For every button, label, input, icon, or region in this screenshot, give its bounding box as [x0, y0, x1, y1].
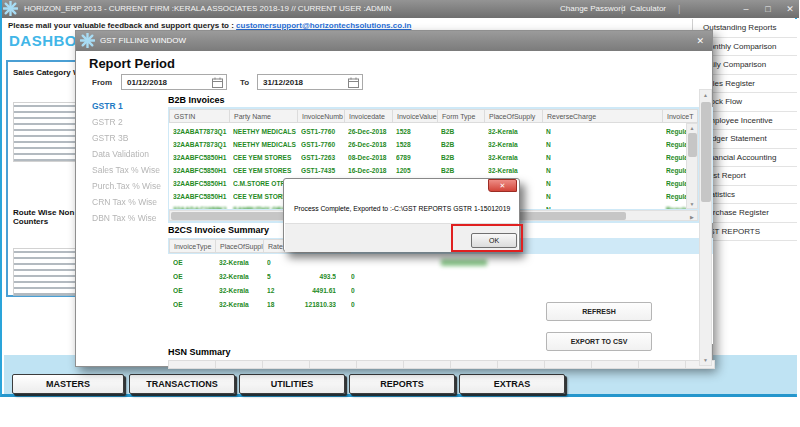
table-row[interactable]: 32AABFC5850H1CEE YEM STORESGST1-743516-D… — [169, 164, 686, 177]
transactions-button[interactable]: TRANSACTIONS — [129, 374, 235, 394]
titlebar-separator: | — [678, 0, 680, 18]
table-row[interactable]: OE 32-Kerala 12 4491.61 0 — [169, 284, 713, 297]
up-arrow-icon[interactable]: ▲ — [700, 92, 711, 98]
b2b-col-invoiceno: InvoiceNumb — [298, 110, 345, 122]
reports-button[interactable]: REPORTS — [349, 374, 455, 394]
table-row[interactable]: 32AABFC5850H1CEE YEM STORESGST1-726308-D… — [169, 151, 686, 164]
table-row[interactable]: 32AABAT7873Q1NEETHY MEDICALSGST1-776026-… — [169, 125, 686, 138]
from-date-field[interactable]: 01/12/2018 — [121, 74, 227, 90]
scrollbar-thumb[interactable] — [688, 133, 697, 157]
b2cs-summary-heading: B2CS Invoice Summary — [168, 225, 269, 235]
masters-button[interactable]: MASTERS — [12, 374, 124, 394]
extras-button[interactable]: EXTRAS — [459, 374, 565, 394]
up-arrow-icon[interactable]: ▲ — [687, 125, 697, 131]
b2cs-col-invoicetype: InvoiceType — [170, 240, 216, 252]
scrollbar-thumb[interactable] — [701, 102, 711, 202]
to-label: To — [240, 78, 249, 87]
to-date-field[interactable]: 31/12/2018 — [257, 74, 363, 90]
screen: HORIZON_ERP 2013 - CURRENT FIRM :KERALA … — [0, 0, 800, 427]
b2b-col-gstin: GSTIN — [170, 110, 230, 122]
app-titlebar: HORIZON_ERP 2013 - CURRENT FIRM :KERALA … — [2, 0, 799, 18]
close-icon[interactable]: ✕ — [782, 0, 798, 18]
b2b-col-type: InvoiceT — [663, 110, 699, 122]
minimize-icon[interactable]: – — [738, 0, 754, 18]
close-icon[interactable]: ✕ — [488, 179, 517, 192]
down-arrow-icon[interactable]: ▼ — [687, 201, 697, 207]
table-row[interactable]: OE 32-Kerala 5 493.5 0 — [169, 270, 713, 283]
app-logo-icon — [3, 1, 18, 20]
dialog-nav-gstr3b[interactable]: GSTR 3B — [92, 133, 128, 143]
support-email-link[interactable]: customersupport@horizontechsolutions.co.… — [236, 21, 411, 30]
b2b-col-value: InvoiceValue — [393, 110, 438, 122]
b2b-col-form: Form Type — [438, 110, 485, 122]
dialog-nav-gstr2[interactable]: GSTR 2 — [92, 117, 123, 127]
export-complete-message: Process Complete, Exported to :-C:\GST R… — [294, 205, 514, 212]
window-title: HORIZON_ERP 2013 - CURRENT FIRM :KERALA … — [24, 0, 392, 18]
dialog-nav-crn-tax[interactable]: CRN Tax % Wise — [92, 197, 157, 207]
b2b-col-place: PlaceOfSupply — [485, 110, 543, 122]
table-row[interactable]: 32AABAT7873Q1NEETHY MEDICALSGST1-776026-… — [169, 138, 686, 151]
b2b-col-party: Party Name — [230, 110, 298, 122]
report-period-heading: Report Period — [89, 56, 175, 71]
export-to-csv-button[interactable]: EXPORT TO CSV — [546, 332, 652, 351]
hsn-header-row — [168, 360, 715, 369]
calendar-icon[interactable] — [348, 77, 359, 93]
dialog-logo-icon — [80, 33, 95, 52]
calculator-button[interactable]: Calculator — [630, 0, 666, 18]
dialog-titlebar: GST FILLING WINDOW ✕ — [76, 31, 712, 51]
b2b-vertical-scrollbar[interactable]: ▲ ▼ — [686, 123, 698, 209]
dialog-nav-purch-tax[interactable]: Purch.Tax % Wise — [92, 181, 161, 191]
table-row[interactable]: OE 32-Kerala 0 — [169, 256, 713, 269]
from-label: From — [92, 78, 112, 87]
b2b-invoices-heading: B2B Invoices — [168, 95, 225, 105]
calendar-icon[interactable] — [212, 77, 223, 93]
b2cs-col-place: PlaceOfSuppl — [216, 240, 264, 252]
dialog-nav-gstr1[interactable]: GSTR 1 — [92, 101, 123, 111]
annotation-highlight-rectangle — [451, 224, 523, 252]
b2b-col-reverse: ReverseCharge — [543, 110, 663, 122]
refresh-button[interactable]: REFRESH — [546, 302, 652, 321]
dialog-close-icon[interactable]: ✕ — [696, 31, 704, 51]
down-arrow-icon[interactable]: ▼ — [700, 357, 711, 363]
feedback-text: Please mail your valuable feedback and s… — [8, 21, 234, 30]
dialog-nav-sales-tax[interactable]: Sales Tax % Wise — [92, 165, 160, 175]
maximize-icon[interactable]: □ — [760, 0, 776, 18]
utilities-button[interactable]: UTILITIES — [239, 374, 345, 394]
b2cs-table-body: OE 32-Kerala 0 OE 32-Kerala 5 493.5 0 OE… — [169, 254, 713, 344]
hsn-summary-heading: HSN Summary — [168, 347, 231, 357]
b2b-col-date: Invoicedate — [345, 110, 393, 122]
dialog-nav-dbn-tax[interactable]: DBN Tax % Wise — [92, 213, 157, 223]
change-password-button[interactable]: Change Password — [560, 0, 625, 18]
dialog-title: GST FILLING WINDOW — [100, 31, 186, 51]
dialog-vertical-scrollbar[interactable]: ▲ ▼ — [699, 89, 712, 366]
b2b-header-row: GSTIN Party Name InvoiceNumb Invoicedate… — [169, 109, 698, 123]
dialog-nav-data-validation[interactable]: Data Validation — [92, 149, 149, 159]
redacted-value — [441, 259, 487, 266]
titlebar-separator: | — [621, 0, 623, 18]
right-arrow-icon[interactable]: ▶ — [688, 214, 696, 220]
feedback-notice: Please mail your valuable feedback and s… — [8, 21, 411, 30]
